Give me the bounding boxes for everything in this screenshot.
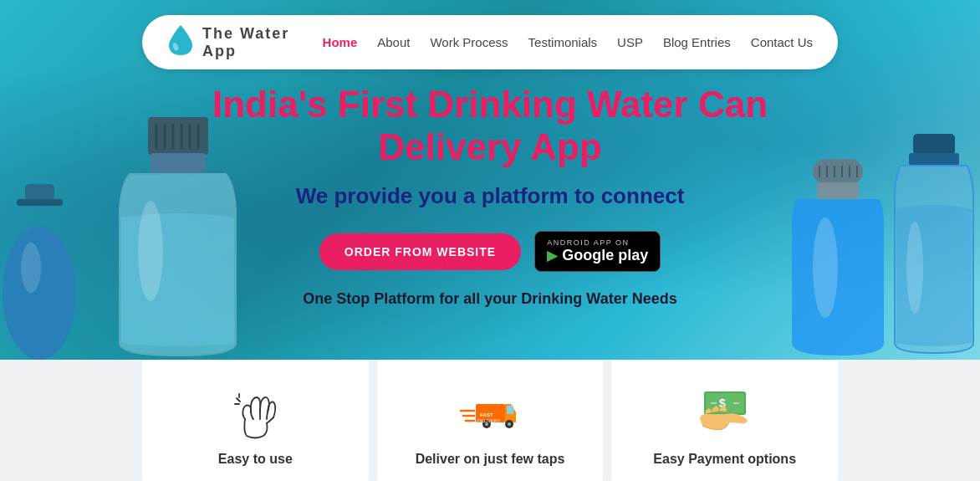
card-easy-label: Easy to use [218, 452, 293, 467]
nav-links: Home About Work Process Testimonials USP… [323, 35, 813, 50]
hero-subtitle: We provide you a platform to connect [189, 183, 791, 209]
nav-about[interactable]: About [377, 35, 410, 49]
svg-point-3 [3, 226, 76, 360]
navbar: The Water App Home About Work Process Te… [142, 15, 838, 69]
nav-usp[interactable]: USP [617, 35, 643, 49]
hero-cta-buttons: ORDER FROM WEBSITE ANDROID APP ON ▶ Goog… [189, 231, 791, 272]
nav-testimonials[interactable]: Testimonials [528, 35, 598, 49]
svg-rect-1 [25, 184, 54, 201]
card-deliver-label: Deliver on just few taps [416, 452, 565, 467]
bottle-right-2 [888, 134, 980, 360]
hand-icon [228, 383, 283, 442]
logo-text: The Water App [202, 25, 323, 60]
card-easy-to-use: Easy to use [142, 360, 369, 481]
payment-icon: $ [696, 383, 754, 442]
svg-text:FAST: FAST [480, 412, 493, 417]
gplay-triangle-icon: ▶ [547, 248, 557, 264]
svg-point-22 [813, 217, 838, 318]
card-deliver: FAST DELIVERY Deliver on just few taps [377, 360, 604, 481]
svg-point-34 [508, 422, 511, 426]
hero-title: India's First Drinking Water CanDelivery… [189, 84, 791, 168]
hero-tagline: One Stop Platform for all your Drinking … [189, 290, 791, 308]
gplay-top-text: ANDROID APP ON [547, 238, 648, 247]
svg-point-4 [21, 243, 41, 293]
svg-rect-24 [909, 153, 959, 166]
nav-work-process[interactable]: Work Process [430, 35, 508, 49]
card-payment-label: Easy Payment options [653, 452, 796, 467]
nav-home[interactable]: Home [323, 35, 358, 49]
nav-contact[interactable]: Contact Us [751, 35, 813, 49]
logo-droplet-icon [167, 23, 194, 61]
bottle-right-1 [788, 159, 888, 360]
svg-rect-2 [17, 199, 63, 206]
card-payment: $ Easy Payment options [611, 360, 838, 481]
logo-area: The Water App [167, 23, 323, 61]
svg-rect-21 [817, 182, 859, 199]
order-from-website-button[interactable]: ORDER FROM WEBSITE [319, 233, 521, 270]
fast-delivery-icon: FAST DELIVERY [459, 383, 522, 442]
svg-text:DELIVERY: DELIVERY [477, 418, 500, 423]
svg-point-13 [138, 201, 163, 301]
nav-blog[interactable]: Blog Entries [663, 35, 731, 49]
svg-rect-23 [913, 134, 955, 155]
svg-line-26 [237, 398, 240, 402]
gplay-bottom-text: ▶ Google play [547, 247, 648, 264]
svg-point-25 [906, 222, 923, 314]
bottle-left-1 [0, 184, 79, 360]
svg-rect-30 [507, 406, 513, 414]
cards-section: Easy to use FAST [0, 360, 980, 481]
google-play-button[interactable]: ANDROID APP ON ▶ Google play [534, 231, 661, 272]
